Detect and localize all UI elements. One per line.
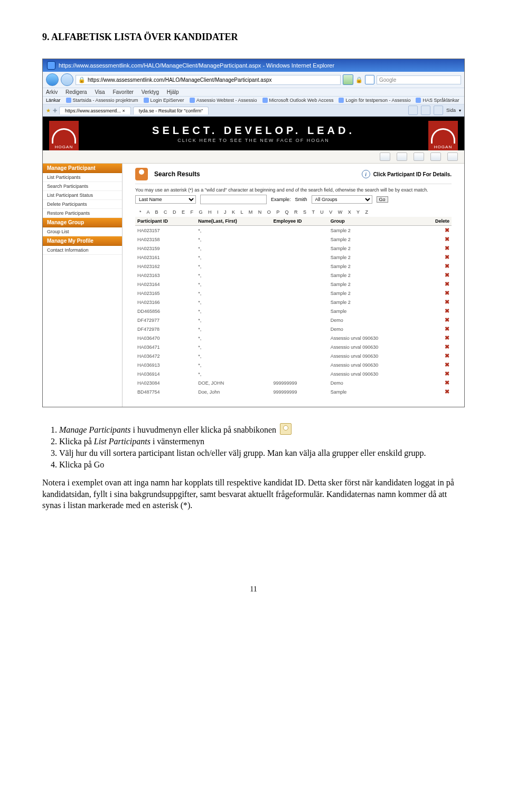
sidebar-head-0[interactable]: Manage Participant [43, 164, 122, 173]
sidebar-item[interactable]: Delete Participants [43, 200, 122, 209]
cell-pid[interactable]: HA023161 [135, 253, 196, 262]
delete-icon[interactable]: ✖ [445, 317, 449, 323]
delete-icon[interactable]: ✖ [445, 272, 449, 278]
favlink-3[interactable]: Microsoft Outlook Web Access [262, 98, 334, 103]
sidebar-item[interactable]: Group List [43, 227, 122, 236]
app-shortcut-bar [43, 150, 464, 164]
delete-icon[interactable]: ✖ [445, 326, 449, 332]
cell-pid[interactable]: DD465856 [135, 307, 196, 316]
col-name[interactable]: Name(Last, First) [196, 217, 271, 226]
field-select[interactable]: Last Name [135, 195, 196, 204]
favlink-2[interactable]: Assessio Webtest - Assessio [190, 98, 257, 103]
home-icon[interactable] [408, 106, 418, 115]
example-value: Smith [295, 197, 307, 202]
cell-pid[interactable]: HA036913 [135, 360, 196, 369]
cell-pid[interactable]: HA023162 [135, 262, 196, 271]
cell-name: *, [196, 360, 271, 369]
page-heading: 9. ALFABETISK LISTA ÖVER KANDIDATER [42, 32, 465, 43]
delete-icon[interactable]: ✖ [445, 227, 449, 233]
cell-name: *, [196, 298, 271, 307]
feeds-icon[interactable] [421, 106, 430, 115]
shortcut-icon-5[interactable] [447, 152, 458, 161]
delete-icon[interactable]: ✖ [445, 290, 449, 296]
cell-name: *, [196, 324, 271, 333]
delete-icon[interactable]: ✖ [445, 308, 449, 314]
stop-button[interactable] [365, 75, 374, 84]
cell-pid[interactable]: HA023084 [135, 378, 196, 387]
sidebar-head-2[interactable]: Manage My Profile [43, 236, 122, 246]
favlink-4[interactable]: Login för testperson - Assessio [339, 98, 410, 103]
favlink-5[interactable]: HAS Språklänkar [416, 98, 459, 103]
cell-pid[interactable]: HA023163 [135, 271, 196, 280]
sidebar-item[interactable]: List Participants [43, 173, 122, 182]
tab-0[interactable]: https://www.assessmentl... × [59, 107, 131, 114]
menu-hjalp[interactable]: Hjälp [167, 89, 179, 95]
hogan-arch-icon [52, 128, 76, 144]
col-group[interactable]: Group [328, 217, 419, 226]
favorites-star-icon[interactable]: ★ [46, 108, 51, 113]
cell-pid[interactable]: HA023157 [135, 226, 196, 235]
delete-icon[interactable]: ✖ [445, 335, 449, 341]
sidebar-item[interactable]: Contact Information [43, 246, 122, 255]
menu-visa[interactable]: Visa [95, 89, 105, 95]
back-button[interactable] [46, 73, 59, 86]
delete-icon[interactable]: ✖ [445, 263, 449, 269]
cell-pid[interactable]: HA023164 [135, 280, 196, 289]
print-icon[interactable] [434, 106, 443, 115]
sidebar-item[interactable]: List Participant Status [43, 191, 122, 200]
cell-pid[interactable]: DF472977 [135, 316, 196, 324]
delete-icon[interactable]: ✖ [445, 343, 449, 350]
delete-icon[interactable]: ✖ [445, 379, 449, 386]
tab-1[interactable]: tyda.se - Resultat för "confirm" [133, 107, 209, 114]
sidebar-item[interactable]: Search Participants [43, 182, 122, 191]
table-row: HA023157*,Sample 2✖ [135, 226, 452, 235]
cell-group: Sample [328, 307, 419, 316]
cell-emp [271, 351, 328, 360]
favlink-0[interactable]: Startsida - Assessio projektrum [66, 98, 138, 103]
shortcut-icon-4[interactable] [430, 152, 441, 161]
delete-icon[interactable]: ✖ [445, 361, 449, 368]
cell-pid[interactable]: HA036914 [135, 369, 196, 378]
shortcut-icon-3[interactable] [414, 152, 424, 161]
col-emp[interactable]: Employee ID [271, 217, 328, 226]
delete-icon[interactable]: ✖ [445, 236, 449, 242]
sidebar-item[interactable]: Restore Participants [43, 209, 122, 218]
cell-pid[interactable]: HA023159 [135, 244, 196, 253]
cell-pid[interactable]: DF472978 [135, 324, 196, 333]
delete-icon[interactable]: ✖ [445, 281, 449, 287]
delete-icon[interactable]: ✖ [445, 352, 449, 359]
search-input[interactable] [200, 195, 267, 204]
delete-icon[interactable]: ✖ [445, 245, 449, 251]
group-select[interactable]: All Groups [312, 195, 372, 204]
menu-arkiv[interactable]: Arkiv [46, 89, 58, 95]
hogan-banner[interactable]: HOGAN SELECT. DEVELOP. LEAD. CLICK HERE … [43, 117, 464, 150]
cell-pid[interactable]: HA036470 [135, 333, 196, 342]
alphabet-filter[interactable]: * A B C D E F G H I J K L M N O P Q R S … [139, 209, 452, 215]
sidebar-head-1[interactable]: Manage Group [43, 218, 122, 227]
refresh-button[interactable] [343, 74, 353, 85]
cell-pid[interactable]: HA023166 [135, 298, 196, 307]
forward-button[interactable] [61, 73, 73, 86]
delete-icon[interactable]: ✖ [445, 299, 449, 305]
delete-icon[interactable]: ✖ [445, 388, 449, 395]
search-box[interactable]: Google [377, 75, 461, 84]
page-menu[interactable]: Sida [446, 108, 456, 113]
menu-verktyg[interactable]: Verktyg [142, 89, 159, 95]
menu-favoriter[interactable]: Favoriter [112, 89, 133, 95]
delete-icon[interactable]: ✖ [445, 370, 449, 377]
cell-pid[interactable]: BD487754 [135, 387, 196, 396]
shortcut-icon-2[interactable] [397, 152, 407, 161]
favlink-1[interactable]: Login EpiServer [144, 98, 184, 103]
cell-pid[interactable]: HA023158 [135, 235, 196, 244]
cell-pid[interactable]: HA023165 [135, 289, 196, 298]
col-pid[interactable]: Participant ID [135, 217, 196, 226]
shortcut-icon-1[interactable] [380, 152, 390, 161]
menu-redigera[interactable]: Redigera [65, 89, 87, 95]
delete-icon[interactable]: ✖ [445, 254, 449, 260]
cell-pid[interactable]: HA036471 [135, 342, 196, 351]
add-favorite-icon[interactable]: ✚ [53, 108, 57, 113]
cell-group: Demo [328, 378, 419, 387]
cell-pid[interactable]: HA036472 [135, 351, 196, 360]
address-bar[interactable]: 🔒 https://www.assessmentlink.com/HALO/Ma… [76, 75, 341, 85]
go-button[interactable]: Go [377, 196, 388, 203]
